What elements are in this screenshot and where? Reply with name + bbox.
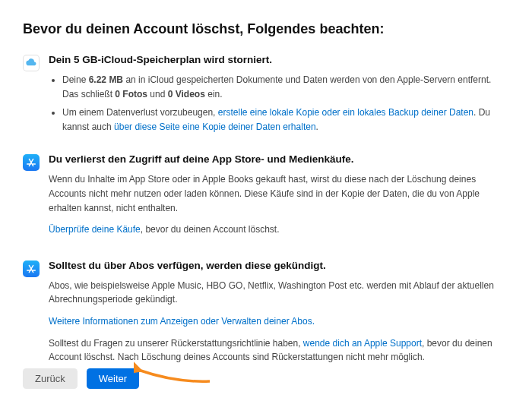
link-manage-subscriptions[interactable]: Weitere Informationen zum Anzeigen oder … <box>49 316 315 327</box>
subs-info-link-row: Weitere Informationen zum Anzeigen oder … <box>49 314 509 329</box>
icloud-icon <box>23 55 40 71</box>
link-apple-support[interactable]: wende dich an Apple Support <box>303 338 422 349</box>
appstore-check-purchases: Überprüfe deine Käufe, bevor du deinen A… <box>49 223 509 237</box>
section-icloud: Dein 5 GB-iCloud-Speicherplan wird storn… <box>23 54 509 138</box>
next-button[interactable]: Weiter <box>87 368 139 389</box>
link-data-copy-page[interactable]: über diese Seite eine Kopie deiner Daten… <box>114 122 316 132</box>
subs-heading: Solltest du über Abos verfügen, werden d… <box>49 260 509 271</box>
footer-buttons: Zurück Weiter <box>23 368 139 389</box>
section-subscriptions: Solltest du über Abos verfügen, werden d… <box>23 260 509 372</box>
section-appstore: Du verlierst den Zugriff auf deine App S… <box>23 153 509 244</box>
page-title: Bevor du deinen Account löschst, Folgend… <box>23 21 509 37</box>
subs-desc: Abos, wie beispielsweise Apple Music, HB… <box>49 279 509 307</box>
link-check-purchases[interactable]: Überprüfe deine Käufe <box>49 224 141 235</box>
back-button[interactable]: Zurück <box>23 368 78 389</box>
link-local-backup[interactable]: erstelle eine lokale Kopie oder ein loka… <box>218 107 473 118</box>
appstore-heading: Du verlierst den Zugriff auf deine App S… <box>49 153 509 165</box>
icloud-bullet-backup: Um einem Datenverlust vorzubeugen, erste… <box>62 106 509 134</box>
icloud-heading: Dein 5 GB-iCloud-Speicherplan wird storn… <box>49 54 509 65</box>
appstore-desc: Wenn du Inhalte im App Store oder in App… <box>49 172 509 215</box>
subscriptions-icon <box>23 260 40 277</box>
subs-refund-note: Solltest du Fragen zu unserer Rückerstat… <box>49 336 509 365</box>
icloud-list: Deine 6.22 MB an in iCloud gespeicherten… <box>49 73 509 134</box>
icloud-bullet-storage: Deine 6.22 MB an in iCloud gespeicherten… <box>62 73 509 101</box>
appstore-icon <box>23 154 40 171</box>
